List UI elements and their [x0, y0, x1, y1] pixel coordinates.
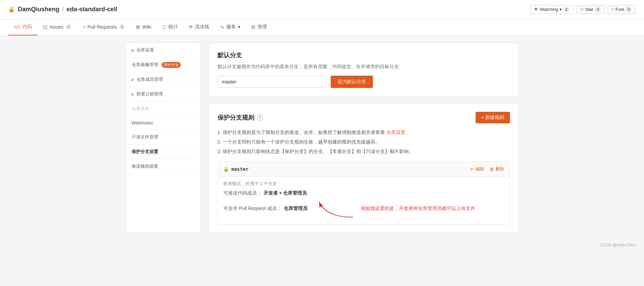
- issues-badge: 0: [65, 24, 72, 30]
- page-footer: CSDN @Hello Dam: [0, 240, 644, 250]
- sidebar-push-rules-label: 推送规则设置: [132, 163, 158, 169]
- tab-pr-label: Pull Requests: [87, 24, 117, 30]
- protect-rules-section: 保护分支规则 ? + 新建规则 1. 保护分支规则是为了限制分支的推送、合并。如…: [209, 103, 519, 233]
- separator: /: [62, 6, 64, 13]
- delete-label: 删除: [495, 166, 504, 172]
- branch-lock-icon: 🔒: [223, 167, 229, 172]
- push-label: 可推送代码成员：: [223, 190, 261, 196]
- repo-name: eda-standard-cell: [66, 6, 117, 13]
- branch-merge-prop: 可合并 Pull Request 成员： 仓库管理员: [223, 206, 308, 212]
- tab-code-label: 代码: [23, 24, 32, 30]
- chevron-right-icon-keys: ▶: [132, 92, 134, 96]
- tab-services[interactable]: ∿ 服务 ▾: [215, 19, 246, 35]
- branch-card-subtitle: 标准模式，作用于 1 个分支: [223, 181, 504, 187]
- pr-badge: 0: [119, 24, 125, 30]
- manage-icon: ⊟: [251, 24, 255, 30]
- sidebar-item-repo-settings[interactable]: ▶ 仓库设置: [126, 43, 200, 58]
- branch-name-input[interactable]: [218, 76, 327, 88]
- page-header: 🔒 DamQiusheng / eda-standard-cell 👁 Watc…: [0, 0, 644, 19]
- branch-card-body: 标准模式，作用于 1 个分支 可推送代码成员： 开发者 + 仓库管理员 可合并 …: [218, 177, 510, 224]
- footer-text: CSDN @Hello Dam: [600, 243, 636, 247]
- wiki-icon: ⊞: [136, 24, 140, 30]
- fork-count: 0: [626, 7, 632, 12]
- sidebar-hooks-plugin-label: 仓库挂件: [132, 106, 149, 112]
- branch-card-name: 🔒 master: [223, 166, 249, 172]
- annotation-block: 例如我设置的是，开发者和仓库管理员都可以上传文件: [316, 198, 475, 219]
- nav-tabs: </> 代码 ◫ Issues 0 ⑂ Pull Requests 0 ⊞ Wi…: [0, 19, 644, 36]
- sidebar-item-webhooks[interactable]: WebHooks: [126, 116, 200, 130]
- default-branch-section: 默认分支 默认分支被视作为代码库中的基本分支，是所有克隆、代码提交、合并请求的目…: [209, 43, 519, 96]
- star-icon: ☆: [580, 7, 584, 12]
- tab-issues-label: Issues: [49, 24, 63, 30]
- help-icon[interactable]: ?: [257, 115, 263, 121]
- tab-services-label: 服务: [226, 24, 236, 30]
- header-actions: 👁 Watching ▾ 2 ☆ Star 0 ⑂ Fork 0: [530, 5, 636, 14]
- edit-label: 编辑: [475, 166, 484, 172]
- edit-rule-button[interactable]: ✏ 编辑: [470, 166, 484, 172]
- pipeline-icon: ⟳: [189, 24, 193, 30]
- sidebar-item-push-rules[interactable]: 推送规则设置: [126, 159, 200, 174]
- tab-stats-label: 统计: [168, 24, 178, 30]
- star-label: Star: [585, 7, 594, 12]
- protect-rules-title-text: 保护分支规则: [218, 114, 254, 122]
- watching-button[interactable]: 👁 Watching ▾ 2: [530, 5, 573, 14]
- default-branch-row: 设为默认分支: [218, 76, 510, 88]
- sidebar-item-readonly-files[interactable]: 只读文件管理: [126, 130, 200, 145]
- tab-code[interactable]: </> 代码: [8, 19, 38, 35]
- branch-card-header: 🔒 master ✏ 编辑 🗑 删除: [218, 162, 510, 177]
- delete-icon: 🗑: [490, 167, 494, 172]
- chevron-right-icon-members: ▶: [132, 78, 134, 81]
- sidebar-item-repo-members[interactable]: ▶ 仓库成员管理: [126, 72, 200, 87]
- repo-title: 🔒 DamQiusheng / eda-standard-cell: [8, 6, 117, 13]
- branch-name-text: master: [231, 166, 249, 172]
- sidebar-item-protect-branch[interactable]: 保护分支设置: [126, 145, 200, 159]
- chevron-right-icon: ▶: [132, 48, 134, 52]
- issues-icon: ◫: [43, 24, 47, 30]
- sidebar-readonly-files-label: 只读文件管理: [132, 134, 158, 140]
- fork-label: Fork: [615, 7, 624, 12]
- tab-manage-label: 管理: [257, 24, 267, 30]
- tab-wiki-label: Wiki: [142, 24, 151, 30]
- eye-icon: 👁: [534, 7, 538, 12]
- merge-value: 仓库管理员: [284, 206, 308, 212]
- push-value: 开发者 + 仓库管理员: [264, 190, 307, 196]
- star-count: 0: [595, 7, 601, 12]
- delete-rule-button[interactable]: 🗑 删除: [490, 166, 504, 172]
- pr-icon: ⑂: [83, 24, 85, 30]
- tab-pipeline[interactable]: ⟳ 流水线: [183, 19, 215, 35]
- mirror-badge: 限时开放: [162, 62, 181, 68]
- sidebar-repo-mirror-label: 仓库镜像管理: [132, 62, 158, 68]
- sidebar-deploy-keys-label: 部署公钥管理: [136, 91, 163, 97]
- sidebar-repo-settings-label: 仓库设置: [136, 47, 154, 53]
- sidebar-item-deploy-keys[interactable]: ▶ 部署公钥管理: [126, 87, 200, 102]
- annotation-text: 例如我设置的是，开发者和仓库管理员都可以上传文件: [361, 206, 475, 212]
- merge-label: 可合并 Pull Request 成员：: [223, 206, 282, 212]
- tab-wiki[interactable]: ⊞ Wiki: [131, 19, 156, 35]
- star-button[interactable]: ☆ Star 0: [576, 5, 605, 14]
- tab-issues[interactable]: ◫ Issues 0: [38, 19, 77, 35]
- fork-button[interactable]: ⑂ Fork 0: [608, 5, 636, 14]
- sidebar-protect-branch-label: 保护分支设置: [132, 149, 158, 155]
- code-icon: </>: [14, 24, 20, 30]
- protect-rules-header: 保护分支规则 ? + 新建规则: [218, 112, 510, 123]
- watching-count: 2: [563, 7, 570, 12]
- annotation-row: 可合并 Pull Request 成员： 仓库管理员: [223, 198, 504, 219]
- services-icon: ∿: [220, 24, 224, 30]
- set-default-button[interactable]: 设为默认分支: [331, 76, 373, 88]
- tab-manage[interactable]: ⊟ 管理: [246, 19, 272, 35]
- default-branch-title: 默认分支: [218, 51, 510, 59]
- tab-pipeline-label: 流水线: [195, 24, 209, 30]
- sidebar-item-repo-mirror[interactable]: 仓库镜像管理 限时开放: [126, 58, 200, 72]
- fork-icon: ⑂: [611, 7, 614, 12]
- stats-icon: ⬡: [162, 24, 166, 30]
- default-branch-desc: 默认分支被视作为代码库中的基本分支，是所有克隆、代码提交、合并请求的目标分支: [218, 63, 510, 70]
- new-rule-button[interactable]: + 新建规则: [476, 112, 510, 123]
- sidebar-item-hooks-plugin: 仓库挂件: [126, 102, 200, 116]
- repo-settings-link[interactable]: 仓库设置: [386, 130, 405, 135]
- rule-item-2: 2. 一个分支同时只能有一个保护分支规则生效，越早创建的规则优先级越高。: [218, 137, 510, 147]
- sidebar-repo-members-label: 仓库成员管理: [136, 76, 163, 82]
- services-chevron-icon: ▾: [238, 24, 240, 30]
- lock-icon: 🔒: [8, 6, 15, 13]
- tab-pullrequests[interactable]: ⑂ Pull Requests 0: [77, 19, 131, 35]
- tab-stats[interactable]: ⬡ 统计: [157, 19, 183, 35]
